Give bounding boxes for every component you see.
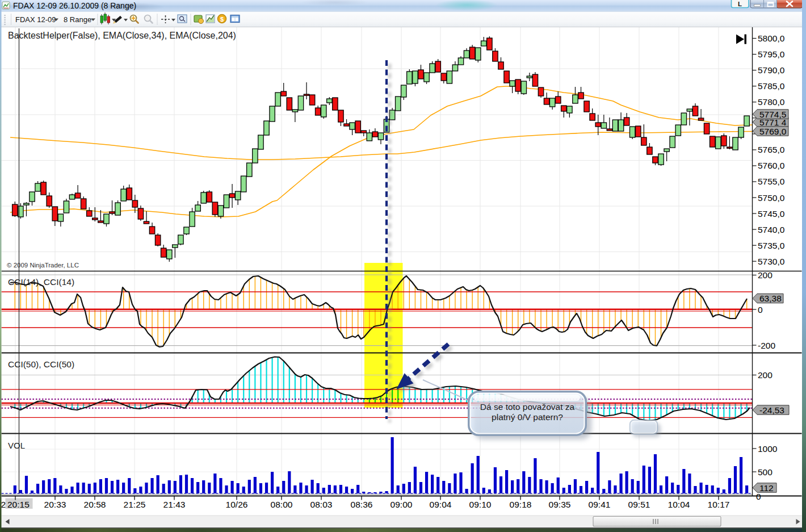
svg-text:Dá se toto považovat za: Dá se toto považovat za (480, 402, 575, 412)
svg-text:5765,0: 5765,0 (758, 145, 785, 154)
svg-text:08:03: 08:03 (310, 500, 333, 509)
svg-text:200: 200 (758, 270, 773, 280)
svg-text:09:51: 09:51 (628, 500, 650, 509)
svg-text:09:41: 09:41 (589, 500, 611, 509)
svg-text:63,38: 63,38 (759, 294, 782, 303)
svg-text:FDAX 12-09: FDAX 12-09 (15, 15, 56, 24)
svg-text:5800,0: 5800,0 (758, 33, 785, 43)
svg-text:5730,0: 5730,0 (758, 257, 785, 266)
svg-text:5735,0: 5735,0 (758, 241, 785, 250)
svg-text:CCI(50), CCI(50): CCI(50), CCI(50) (8, 359, 74, 369)
svg-text:© 2009 NinjaTrader, LLC: © 2009 NinjaTrader, LLC (7, 262, 79, 269)
svg-text:5745,0: 5745,0 (758, 209, 785, 219)
svg-text:112: 112 (759, 483, 774, 493)
svg-text:08:36: 08:36 (351, 500, 373, 509)
svg-text:2: 2 (1, 500, 6, 509)
svg-text:5790,0: 5790,0 (758, 65, 785, 75)
svg-text:200: 200 (758, 370, 773, 380)
svg-text:-24,53: -24,53 (759, 405, 784, 415)
svg-text:10:04: 10:04 (668, 500, 690, 509)
svg-text:5760,0: 5760,0 (758, 161, 785, 170)
svg-text:5795,0: 5795,0 (758, 49, 785, 59)
svg-text:$: $ (220, 16, 224, 23)
svg-text:5780,0: 5780,0 (758, 97, 785, 107)
svg-text:09:18: 09:18 (510, 500, 532, 509)
svg-text:5774,5: 5774,5 (759, 110, 786, 119)
svg-text:L: L (738, 1, 742, 7)
svg-text:500: 500 (758, 467, 773, 477)
svg-text:20:33: 20:33 (44, 500, 66, 509)
svg-text:5750,0: 5750,0 (758, 193, 785, 203)
svg-text:FDAX 12-09 26.10.2009 (8 Rang: FDAX 12-09 26.10.2009 (8 Range) (13, 1, 136, 10)
svg-text:platný 0/V patern?: platný 0/V patern? (492, 412, 563, 422)
svg-text:5785,0: 5785,0 (758, 81, 785, 91)
svg-text:VOL: VOL (8, 441, 25, 450)
svg-text:20:15: 20:15 (7, 500, 30, 509)
svg-text:10/26: 10/26 (226, 500, 248, 509)
svg-text:09:35: 09:35 (549, 500, 571, 509)
svg-text:0: 0 (756, 492, 761, 501)
svg-text:10:17: 10:17 (708, 500, 730, 509)
svg-text:5755,0: 5755,0 (758, 177, 785, 186)
svg-text:8 Range: 8 Range (64, 15, 91, 24)
svg-text:0: 0 (758, 305, 763, 315)
svg-text:20:58: 20:58 (84, 500, 106, 509)
svg-text:09:04: 09:04 (430, 500, 452, 509)
svg-text:21:43: 21:43 (163, 500, 186, 509)
svg-text:08:00: 08:00 (271, 500, 293, 509)
svg-text:09:10: 09:10 (469, 500, 492, 509)
svg-text:21:25: 21:25 (124, 500, 146, 509)
svg-text:1000: 1000 (758, 444, 778, 454)
svg-text:09:00: 09:00 (391, 500, 413, 509)
svg-text:CCI(14), CCI(14): CCI(14), CCI(14) (8, 277, 74, 287)
svg-text:5769,0: 5769,0 (759, 127, 787, 136)
svg-text:BacktestHelper(False), EMA(Clo: BacktestHelper(False), EMA(Close,34), EM… (8, 31, 236, 40)
svg-text:5740,0: 5740,0 (758, 225, 785, 234)
svg-text:-200: -200 (758, 341, 775, 350)
